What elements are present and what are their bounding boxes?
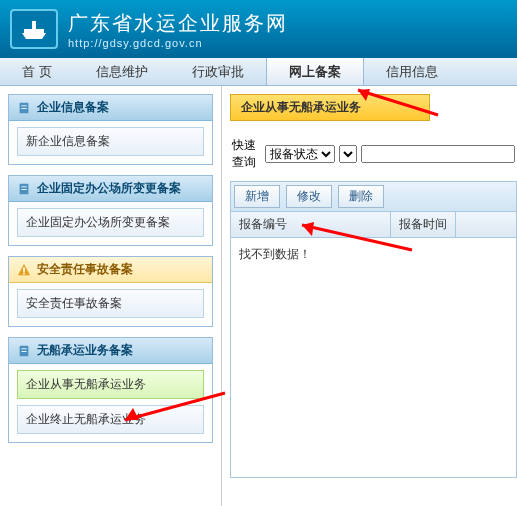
panel-header[interactable]: 安全责任事故备案 [9,257,212,283]
table-body: 找不到数据！ [230,238,517,478]
quick-query-label: 快速查询 [232,137,261,171]
nav-item[interactable]: 网上备案 [266,58,364,85]
empty-message: 找不到数据！ [239,247,311,261]
sidebar-panel: 安全责任事故备案安全责任事故备案 [8,256,213,327]
document-icon [17,344,31,358]
ship-icon [18,17,50,41]
sidebar-item[interactable]: 新企业信息备案 [17,127,204,156]
panel-header[interactable]: 企业固定办公场所变更备案 [9,176,212,202]
query-value-select[interactable] [339,145,357,163]
svg-rect-9 [21,348,26,349]
sidebar-item[interactable]: 企业固定办公场所变更备案 [17,208,204,237]
sidebar-panel: 企业固定办公场所变更备案企业固定办公场所变更备案 [8,175,213,246]
sidebar-item[interactable]: 企业终止无船承运业务 [17,405,204,434]
nav-item[interactable]: 行政审批 [170,58,266,85]
column-header-time: 报备时间 [391,212,456,237]
content-title: 企业从事无船承运业务 [230,94,430,121]
query-input[interactable] [361,145,515,163]
document-icon [17,101,31,115]
panel-header[interactable]: 无船承运业务备案 [9,338,212,364]
edit-button[interactable]: 修改 [286,185,332,208]
panel-header[interactable]: 企业信息备案 [9,95,212,121]
quick-query-row: 快速查询 报备状态 [230,133,517,175]
panel-title: 企业信息备案 [37,99,109,116]
header: 广东省水运企业服务网 http://gdsy.gdcd.gov.cn [0,0,517,58]
content-area: 企业从事无船承运业务 快速查询 报备状态 新增 修改 删除 报备编号 报备时间 … [222,86,517,506]
panel-title: 无船承运业务备案 [37,342,133,359]
site-title: 广东省水运企业服务网 [68,10,288,37]
panel-title: 企业固定办公场所变更备案 [37,180,181,197]
sidebar: 企业信息备案新企业信息备案企业固定办公场所变更备案企业固定办公场所变更备案安全责… [0,86,222,506]
sidebar-panel: 企业信息备案新企业信息备案 [8,94,213,165]
sidebar-panel: 无船承运业务备案企业从事无船承运业务企业终止无船承运业务 [8,337,213,443]
add-button[interactable]: 新增 [234,185,280,208]
panel-title: 安全责任事故备案 [37,261,133,278]
svg-rect-10 [21,351,26,352]
toolbar: 新增 修改 删除 [230,181,517,212]
svg-rect-5 [21,189,26,190]
sidebar-item[interactable]: 企业从事无船承运业务 [17,370,204,399]
document-icon [17,182,31,196]
column-header-id: 报备编号 [231,212,391,237]
svg-rect-1 [21,105,26,106]
nav-item[interactable]: 信息维护 [74,58,170,85]
site-url: http://gdsy.gdcd.gov.cn [68,37,288,49]
logo [10,9,58,49]
table-header: 报备编号 报备时间 [230,212,517,238]
nav-item[interactable]: 信用信息 [364,58,460,85]
delete-button[interactable]: 删除 [338,185,384,208]
warning-icon [17,263,31,277]
main-nav: 首 页信息维护行政审批网上备案信用信息 [0,58,517,86]
svg-rect-2 [21,108,26,109]
nav-item[interactable]: 首 页 [0,58,74,85]
svg-rect-6 [23,267,25,271]
svg-rect-4 [21,186,26,187]
query-type-select[interactable]: 报备状态 [265,145,335,163]
sidebar-item[interactable]: 安全责任事故备案 [17,289,204,318]
svg-rect-7 [23,272,25,274]
